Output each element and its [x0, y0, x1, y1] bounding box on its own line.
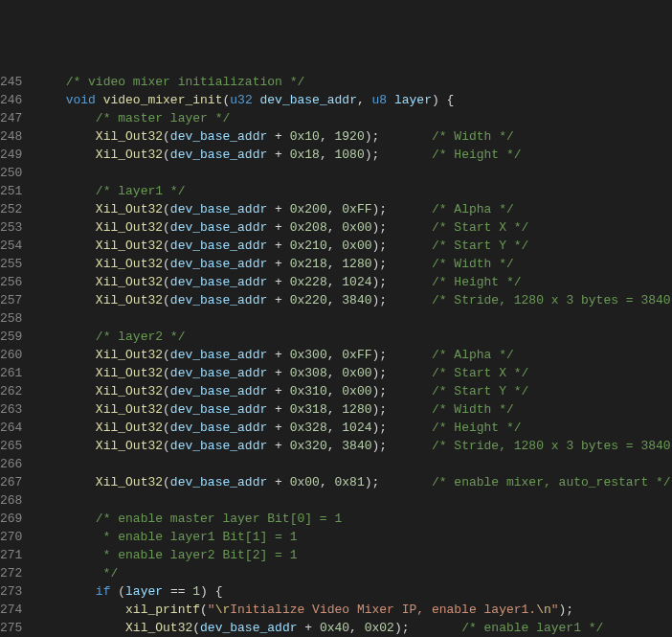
- code-line[interactable]: xil_printf("\rInitialize Video Mixer IP,…: [35, 601, 672, 619]
- line-number: 245: [0, 73, 22, 91]
- line-number: 254: [0, 237, 22, 255]
- code-line[interactable]: Xil_Out32(dev_base_addr + 0x218, 1280); …: [35, 255, 672, 273]
- line-number: 251: [0, 182, 22, 200]
- code-line[interactable]: [35, 309, 672, 328]
- line-number: 266: [0, 455, 22, 473]
- line-number: 255: [0, 255, 22, 273]
- code-line[interactable]: Xil_Out32(dev_base_addr + 0x328, 1024); …: [35, 419, 672, 437]
- code-line[interactable]: Xil_Out32(dev_base_addr + 0x40, 0x02); /…: [35, 619, 672, 637]
- line-number: 261: [0, 364, 22, 382]
- code-line[interactable]: Xil_Out32(dev_base_addr + 0x10, 1920); /…: [35, 127, 672, 146]
- line-number: 267: [0, 473, 22, 491]
- line-number: 256: [0, 273, 22, 291]
- code-line[interactable]: Xil_Out32(dev_base_addr + 0x318, 1280); …: [35, 400, 672, 419]
- code-line[interactable]: if (layer == 1) {: [35, 582, 672, 601]
- code-line[interactable]: * enable layer2 Bit[2] = 1: [35, 546, 672, 564]
- line-number: 247: [0, 109, 22, 127]
- code-line[interactable]: /* layer1 */: [35, 182, 672, 200]
- line-number: 249: [0, 146, 22, 164]
- line-number: 253: [0, 218, 22, 237]
- code-line[interactable]: void video_mixer_init(u32 dev_base_addr,…: [35, 91, 672, 109]
- line-number: 248: [0, 127, 22, 146]
- line-number: 260: [0, 346, 22, 364]
- code-line[interactable]: Xil_Out32(dev_base_addr + 0x320, 3840); …: [35, 437, 672, 455]
- line-number: 263: [0, 400, 22, 419]
- line-number: 275: [0, 619, 22, 637]
- code-line[interactable]: Xil_Out32(dev_base_addr + 0x18, 1080); /…: [35, 146, 672, 164]
- line-number: 265: [0, 437, 22, 455]
- code-line[interactable]: Xil_Out32(dev_base_addr + 0x308, 0x00); …: [35, 364, 672, 382]
- code-line[interactable]: /* master layer */: [35, 109, 672, 127]
- line-number: 250: [0, 164, 22, 182]
- code-line[interactable]: * enable layer1 Bit[1] = 1: [35, 528, 672, 546]
- code-line[interactable]: Xil_Out32(dev_base_addr + 0x208, 0x00); …: [35, 218, 672, 237]
- code-line[interactable]: /* layer2 */: [35, 328, 672, 346]
- code-line[interactable]: /* video mixer initialization */: [35, 73, 672, 91]
- code-line[interactable]: Xil_Out32(dev_base_addr + 0x220, 3840); …: [35, 291, 672, 309]
- code-line[interactable]: Xil_Out32(dev_base_addr + 0x228, 1024); …: [35, 273, 672, 291]
- code-line[interactable]: [35, 455, 672, 473]
- code-line[interactable]: [35, 164, 672, 182]
- code-line[interactable]: Xil_Out32(dev_base_addr + 0x210, 0x00); …: [35, 237, 672, 255]
- line-number: 271: [0, 546, 22, 564]
- code-line[interactable]: Xil_Out32(dev_base_addr + 0x00, 0x81); /…: [35, 473, 672, 491]
- line-number: 246: [0, 91, 22, 109]
- code-editor[interactable]: 2452462472482492502512522532542552562572…: [0, 73, 672, 637]
- code-line[interactable]: Xil_Out32(dev_base_addr + 0x200, 0xFF); …: [35, 200, 672, 218]
- code-line[interactable]: /* enable master layer Bit[0] = 1: [35, 510, 672, 528]
- line-number: 262: [0, 382, 22, 400]
- line-number: 252: [0, 200, 22, 218]
- line-number: 270: [0, 528, 22, 546]
- code-line[interactable]: [35, 491, 672, 510]
- code-line[interactable]: */: [35, 564, 672, 582]
- line-number: 264: [0, 419, 22, 437]
- code-line[interactable]: Xil_Out32(dev_base_addr + 0x310, 0x00); …: [35, 382, 672, 400]
- line-number: 273: [0, 582, 22, 601]
- line-number-gutter: 2452462472482492502512522532542552562572…: [0, 73, 35, 637]
- line-number: 269: [0, 510, 22, 528]
- line-number: 259: [0, 328, 22, 346]
- line-number: 272: [0, 564, 22, 582]
- code-line[interactable]: Xil_Out32(dev_base_addr + 0x300, 0xFF); …: [35, 346, 672, 364]
- line-number: 257: [0, 291, 22, 309]
- line-number: 268: [0, 491, 22, 510]
- code-area[interactable]: /* video mixer initialization */ void vi…: [35, 73, 672, 637]
- line-number: 274: [0, 601, 22, 619]
- line-number: 258: [0, 309, 22, 328]
